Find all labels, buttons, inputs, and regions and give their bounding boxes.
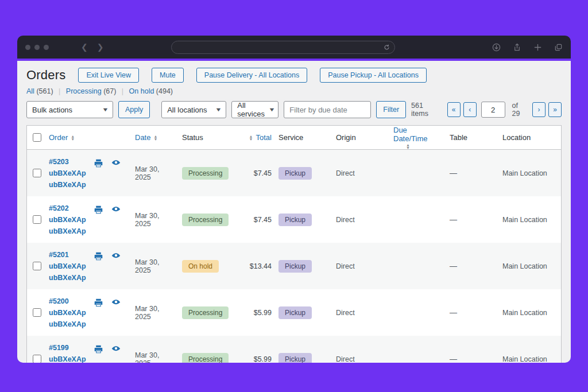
order-total: $5.99 [236, 309, 275, 317]
column-header-service: Service [275, 133, 332, 142]
order-customer-link[interactable]: ubBXeXAp [49, 320, 94, 328]
bulk-actions-select[interactable]: Bulk actions ▼ [26, 101, 113, 118]
address-bar[interactable] [171, 41, 395, 54]
exit-live-view-button[interactable]: Exit Live View [78, 68, 139, 83]
select-all-checkbox[interactable] [33, 133, 41, 142]
chevron-down-icon: ▼ [102, 107, 109, 112]
order-number-link[interactable]: #5199 [49, 344, 94, 352]
sort-icon: ▲▼ [406, 143, 410, 149]
reload-icon[interactable] [384, 44, 390, 51]
order-row: #5203 ubBXeXAp ubBXeXAp Mar 30, 2025 Pro… [27, 150, 561, 196]
row-checkbox[interactable] [33, 355, 41, 363]
column-header-total[interactable]: ▲▼ Total [236, 133, 275, 142]
order-customer-link[interactable]: ubBXeXAp [49, 274, 94, 282]
order-customer-link[interactable]: ubBXeXAp [49, 262, 94, 270]
filter-button[interactable]: Filter [376, 101, 406, 118]
order-status-cell: Processing [179, 214, 236, 226]
table-body: #5203 ubBXeXAp ubBXeXAp Mar 30, 2025 Pro… [27, 150, 561, 363]
column-header-date[interactable]: Date ▲▼ [131, 133, 179, 142]
tabs-icon[interactable] [554, 43, 563, 52]
preview-eye-icon[interactable] [111, 299, 121, 306]
preview-eye-icon[interactable] [111, 253, 121, 259]
column-header-order[interactable]: Order ▲▼ [45, 133, 131, 142]
column-header-due-date[interactable]: Due Date/Time ▲▼ [390, 126, 446, 149]
order-location: Main Location [499, 216, 560, 224]
print-icon[interactable] [94, 205, 103, 215]
preview-eye-icon[interactable] [111, 160, 121, 166]
column-header-status: Status [179, 133, 236, 142]
order-customer-link[interactable]: ubBXeXAp [49, 216, 94, 224]
view-processing-link[interactable]: Processing [66, 87, 102, 95]
next-page-button[interactable]: › [532, 102, 546, 117]
mute-button[interactable]: Mute [152, 68, 184, 83]
view-on-hold-link[interactable]: On hold [129, 87, 154, 95]
order-number-link[interactable]: #5202 [49, 204, 94, 212]
table-header-row: Order ▲▼ Date ▲▼ Status ▲▼ Total Service [27, 126, 561, 150]
sort-icon: ▲▼ [249, 135, 253, 141]
order-origin: Direct [332, 216, 390, 224]
share-icon[interactable] [513, 43, 521, 52]
window-controls[interactable] [25, 45, 49, 50]
order-location: Main Location [499, 355, 560, 363]
row-checkbox[interactable] [33, 308, 41, 317]
order-customer-link[interactable]: ubBXeXAp [49, 169, 94, 177]
order-customer-link[interactable]: ubBXeXAp [49, 355, 94, 363]
order-row: #5200 ubBXeXAp ubBXeXAp Mar 30, 2025 Pro… [27, 289, 561, 336]
page-title: Orders [26, 68, 65, 83]
order-customer-link[interactable]: ubBXeXAp [49, 309, 94, 317]
close-window-icon[interactable] [25, 45, 30, 50]
back-icon[interactable]: ❮ [81, 42, 88, 52]
row-checkbox[interactable] [33, 262, 41, 270]
browser-titlebar: ❮ ❯ [17, 36, 571, 59]
order-number-link[interactable]: #5200 [49, 297, 94, 305]
print-icon[interactable] [94, 251, 103, 261]
apply-button[interactable]: Apply [118, 101, 150, 118]
print-icon[interactable] [94, 344, 103, 354]
column-header-location: Location [499, 133, 560, 142]
order-status-cell: Processing [179, 167, 236, 180]
order-row: #5201 ubBXeXAp ubBXeXAp Mar 30, 2025 On … [27, 243, 561, 289]
order-service-cell: Pickup [275, 167, 332, 180]
order-origin: Direct [332, 262, 390, 270]
service-badge: Pickup [278, 167, 312, 180]
print-icon[interactable] [94, 298, 103, 308]
status-badge: On hold [182, 260, 219, 273]
order-customer-link[interactable]: ubBXeXAp [49, 181, 94, 189]
order-number-link[interactable]: #5201 [49, 251, 94, 259]
browser-actions [492, 43, 563, 52]
forward-icon[interactable]: ❯ [97, 42, 104, 52]
status-badge: Processing [182, 214, 229, 226]
new-tab-icon[interactable] [533, 43, 542, 52]
first-page-button[interactable]: « [447, 102, 461, 117]
preview-eye-icon[interactable] [111, 346, 121, 352]
last-page-button[interactable]: » [548, 102, 562, 117]
pagination: 561 items « ‹ of 29 › » [411, 102, 562, 118]
pause-delivery-button[interactable]: Pause Delivery - All Locations [196, 68, 307, 83]
view-all-link[interactable]: All [26, 87, 34, 95]
due-date-filter-input[interactable] [284, 101, 371, 118]
sort-icon: ▲▼ [153, 135, 157, 141]
column-header-origin: Origin [332, 133, 390, 142]
current-page-input[interactable] [481, 102, 505, 118]
order-origin: Direct [332, 169, 390, 177]
print-icon[interactable] [94, 158, 103, 168]
locations-select[interactable]: All locations ▼ [161, 101, 226, 118]
order-cell: #5199 ubBXeXAp ubBXeXAp [45, 344, 131, 363]
order-total: $5.99 [236, 355, 275, 363]
row-checkbox[interactable] [33, 169, 41, 177]
order-cell: #5200 ubBXeXAp ubBXeXAp [45, 297, 131, 328]
order-number-link[interactable]: #5203 [49, 158, 94, 166]
row-checkbox[interactable] [33, 215, 41, 224]
pause-pickup-button[interactable]: Pause Pickup - All Locations [320, 68, 427, 83]
download-icon[interactable] [492, 43, 501, 52]
view-on-hold-count: (494) [156, 87, 173, 95]
services-select[interactable]: All services ▼ [231, 101, 278, 118]
minimize-window-icon[interactable] [34, 45, 40, 50]
order-customer-link[interactable]: ubBXeXAp [49, 227, 94, 235]
maximize-window-icon[interactable] [44, 45, 49, 50]
status-badge: Processing [182, 306, 229, 319]
preview-eye-icon[interactable] [111, 206, 121, 213]
prev-page-button[interactable]: ‹ [463, 102, 477, 117]
order-service-cell: Pickup [275, 260, 332, 273]
chevron-down-icon: ▼ [215, 107, 222, 112]
